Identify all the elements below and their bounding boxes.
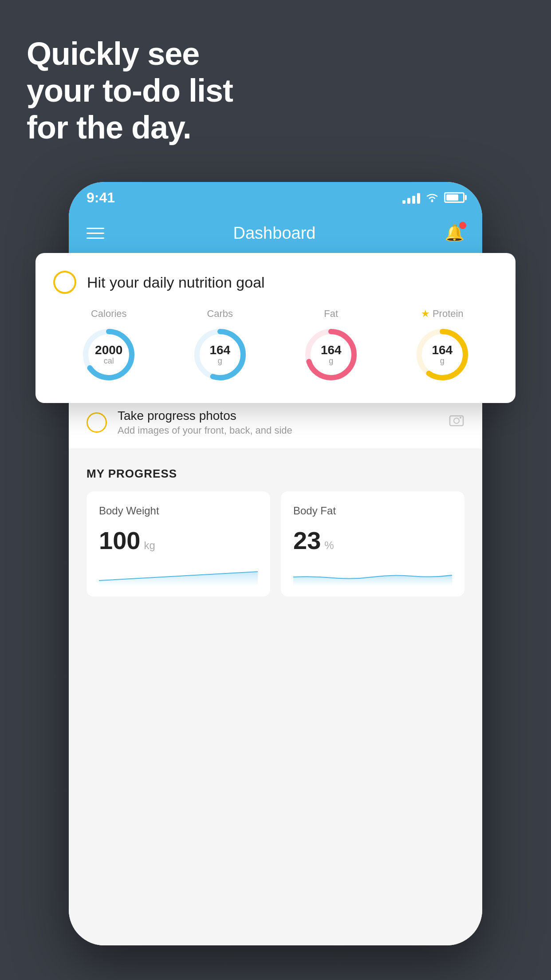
- body-weight-card[interactable]: Body Weight 100 kg: [87, 491, 270, 597]
- menu-button[interactable]: [87, 228, 104, 239]
- calories-label: Calories: [91, 308, 127, 320]
- fat-donut: 164 g: [302, 326, 360, 383]
- metric-protein: ★ Protein 164 g: [413, 308, 471, 383]
- body-weight-number: 100: [99, 526, 140, 555]
- todo-name-progress-photos: Take progress photos: [118, 409, 438, 423]
- todo-desc-progress-photos: Add images of your front, back, and side: [118, 425, 438, 436]
- svg-point-0: [431, 200, 433, 202]
- body-fat-label: Body Fat: [293, 505, 452, 517]
- protein-donut: 164 g: [413, 326, 471, 383]
- nutrition-card[interactable]: Hit your daily nutrition goal Calories 2…: [35, 253, 516, 403]
- carbs-label: Carbs: [207, 308, 233, 320]
- body-fat-number: 23: [293, 526, 321, 555]
- progress-title: MY PROGRESS: [87, 467, 464, 481]
- notification-button[interactable]: 🔔: [445, 224, 464, 242]
- headline-line3: for the day.: [27, 110, 191, 145]
- fat-label: Fat: [324, 308, 338, 320]
- progress-section: MY PROGRESS Body Weight 100 kg: [69, 467, 482, 597]
- headline: Quickly see your to-do list for the day.: [27, 36, 233, 146]
- notification-badge: [459, 222, 466, 229]
- headline-line1: Quickly see: [27, 36, 199, 71]
- metric-carbs: Carbs 164 g: [191, 308, 249, 383]
- nav-bar: Dashboard 🔔: [69, 213, 482, 253]
- body-weight-label: Body Weight: [99, 505, 258, 517]
- protein-label: ★ Protein: [421, 308, 464, 320]
- nutrition-card-header: Hit your daily nutrition goal: [53, 271, 498, 294]
- calories-donut: 2000 cal: [80, 326, 138, 383]
- calories-value: 2000 cal: [95, 344, 122, 366]
- body-fat-value-row: 23 %: [293, 526, 452, 555]
- nav-title: Dashboard: [233, 224, 316, 243]
- protein-value: 164 g: [432, 344, 453, 366]
- body-weight-unit: kg: [144, 539, 155, 552]
- nutrition-card-title: Hit your daily nutrition goal: [87, 274, 265, 291]
- status-icons: [402, 191, 464, 204]
- todo-checkbox-progress-photos[interactable]: [87, 412, 107, 433]
- signal-icon: [402, 191, 420, 204]
- progress-cards: Body Weight 100 kg: [87, 491, 464, 597]
- fat-value: 164 g: [321, 344, 342, 366]
- todo-item-progress-photos[interactable]: Take progress photos Add images of your …: [69, 396, 482, 449]
- photo-icon: [449, 413, 464, 432]
- carbs-donut: 164 g: [191, 326, 249, 383]
- body-weight-sparkline: [99, 564, 258, 586]
- star-icon: ★: [421, 308, 430, 320]
- body-fat-sparkline: [293, 564, 452, 586]
- body-weight-value-row: 100 kg: [99, 526, 258, 555]
- battery-icon: [444, 192, 464, 203]
- wifi-icon: [425, 193, 439, 202]
- status-bar: 9:41: [69, 182, 482, 213]
- status-time: 9:41: [87, 190, 115, 206]
- metric-fat: Fat 164 g: [302, 308, 360, 383]
- todo-text-progress-photos: Take progress photos Add images of your …: [118, 409, 438, 436]
- svg-point-6: [454, 418, 459, 423]
- carbs-value: 164 g: [209, 344, 230, 366]
- headline-line2: your to-do list: [27, 73, 233, 108]
- metric-calories: Calories 2000 cal: [80, 308, 138, 383]
- nutrition-metrics: Calories 2000 cal Carbs: [53, 308, 498, 383]
- nutrition-checkbox[interactable]: [53, 271, 76, 294]
- body-fat-card[interactable]: Body Fat 23 %: [281, 491, 464, 597]
- body-fat-unit: %: [324, 539, 334, 552]
- svg-point-7: [460, 417, 461, 419]
